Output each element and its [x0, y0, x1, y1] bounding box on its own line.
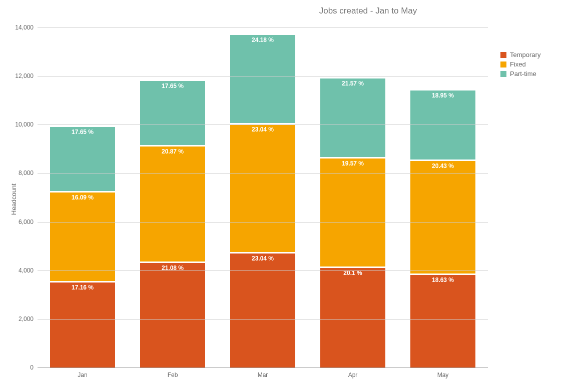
legend-label: Part-time	[510, 69, 536, 78]
y-tick-label: 8,000	[19, 170, 38, 176]
x-tick-label: Apr	[348, 368, 358, 378]
y-tick-label: 6,000	[19, 218, 38, 226]
bar-segment[interactable]: 21.57 %	[320, 78, 385, 157]
y-axis-label: Headcount	[10, 184, 18, 215]
legend: TemporaryFixedPart-time	[500, 50, 540, 78]
chart-container: Jobs created - Jan to May TemporaryFixed…	[0, 0, 571, 392]
x-tick-label: Feb	[168, 368, 178, 378]
bar-segment-label: 20.87 %	[140, 148, 205, 155]
bar-group: 20.1 %19.57 %21.57 %	[320, 28, 385, 368]
bar-segment-label: 19.57 %	[320, 160, 385, 167]
legend-swatch	[500, 62, 506, 68]
bar-segment[interactable]: 17.65 %	[140, 81, 205, 145]
bar-segment-label: 18.95 %	[410, 92, 475, 99]
bar-segment[interactable]: 20.43 %	[410, 161, 475, 274]
y-tick-label: 0	[30, 364, 38, 371]
bar-segment[interactable]: 20.1 %	[320, 268, 385, 368]
gridline	[38, 319, 488, 320]
legend-swatch	[500, 52, 506, 58]
bar-segment[interactable]: 21.08 %	[140, 263, 205, 368]
bar-segment-label: 16.09 %	[50, 194, 115, 201]
bar-segment[interactable]: 23.04 %	[230, 124, 295, 252]
legend-item[interactable]: Temporary	[500, 50, 540, 60]
bar-group: 21.08 %20.87 %17.65 %	[140, 28, 205, 368]
bar-segment-label: 23.04 %	[230, 255, 295, 262]
legend-item[interactable]: Part-time	[500, 69, 540, 78]
y-tick-label: 4,000	[19, 267, 38, 274]
bar-segment-label: 17.65 %	[140, 82, 205, 90]
bar-segment[interactable]: 24.18 %	[230, 35, 295, 124]
gridline	[38, 173, 488, 174]
bar-segment[interactable]: 19.57 %	[320, 158, 385, 266]
y-tick-label: 10,000	[15, 121, 38, 128]
bar-segment-label: 23.04 %	[230, 126, 295, 133]
y-tick-label: 2,000	[19, 316, 38, 322]
x-tick-label: Mar	[258, 368, 268, 378]
legend-label: Fixed	[510, 60, 526, 69]
y-tick-label: 14,000	[15, 24, 38, 31]
bar-segment-label: 17.65 %	[50, 128, 115, 136]
legend-item[interactable]: Fixed	[500, 60, 540, 69]
bar-segment[interactable]: 17.16 %	[50, 282, 115, 368]
x-tick-label: May	[437, 368, 449, 378]
x-tick-label: Jan	[78, 368, 87, 378]
bar-group: 23.04 %23.04 %24.18 %	[230, 28, 295, 368]
bar-group: 18.63 %20.43 %18.95 %	[410, 28, 475, 368]
bar-segment[interactable]: 18.63 %	[410, 275, 475, 368]
gridline	[38, 124, 488, 125]
bar-segment[interactable]: 16.09 %	[50, 192, 115, 281]
gridline	[38, 28, 488, 28]
legend-swatch	[500, 71, 506, 77]
chart-title: Jobs created - Jan to May	[0, 6, 571, 16]
gridline	[38, 76, 488, 76]
bar-segment-label: 18.63 %	[410, 276, 475, 284]
bar-segment[interactable]: 17.65 %	[50, 127, 115, 191]
bar-segment-label: 20.43 %	[410, 162, 475, 170]
y-tick-label: 12,000	[15, 72, 38, 80]
bar-group: 17.16 %16.09 %17.65 %	[50, 28, 115, 368]
bar-segment-label: 21.57 %	[320, 80, 385, 87]
bar-segment-label: 17.16 %	[50, 284, 115, 291]
gridline	[38, 222, 488, 222]
gridline	[38, 270, 488, 271]
plot-area: 17.16 %16.09 %17.65 %21.08 %20.87 %17.65…	[38, 28, 488, 368]
bars-layer: 17.16 %16.09 %17.65 %21.08 %20.87 %17.65…	[38, 28, 488, 368]
legend-label: Temporary	[510, 50, 540, 60]
bar-segment[interactable]: 20.87 %	[140, 146, 205, 262]
bar-segment-label: 24.18 %	[230, 36, 295, 44]
